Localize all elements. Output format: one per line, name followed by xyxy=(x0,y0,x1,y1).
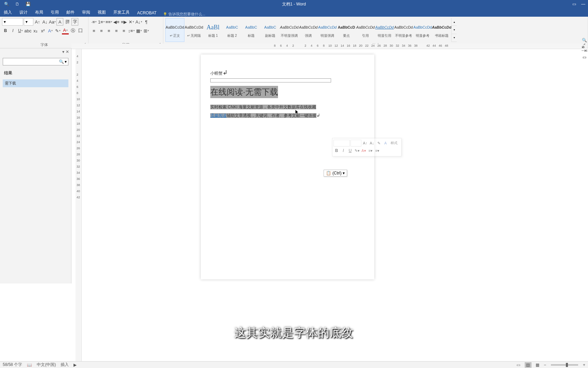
status-proof-icon[interactable]: 📖 xyxy=(27,363,32,367)
font-name-combo[interactable]: ▾ xyxy=(2,18,23,26)
strike-button[interactable]: abc xyxy=(24,27,31,34)
show-marks-icon[interactable]: ¶ xyxy=(143,18,150,26)
horizontal-ruler[interactable]: 8642246810121416182022242628303234363842… xyxy=(71,44,582,49)
change-case-icon[interactable]: Aa xyxy=(49,18,56,26)
font-size-combo[interactable]: ▾ xyxy=(24,18,33,26)
select-icon[interactable]: ▭ xyxy=(583,55,586,60)
indent-dec-icon[interactable]: ◀≡ xyxy=(113,18,120,26)
tab-view[interactable]: 视图 xyxy=(94,8,110,17)
style-副标题[interactable]: AaBbC副标题 xyxy=(261,18,280,42)
clear-format-icon[interactable]: A xyxy=(56,18,63,26)
quickaccess-save-icon[interactable]: 💾 xyxy=(26,2,31,6)
style-书籍标题[interactable]: AaBbCcDd书籍标题 xyxy=(432,18,451,42)
zoom-out-button[interactable]: − xyxy=(544,363,546,367)
search-dropdown-icon[interactable]: ▾ xyxy=(65,59,67,64)
vertical-ruler[interactable]: 4224681012141618202224262830323436384042 xyxy=(76,49,82,361)
align-center-icon[interactable]: ≡ xyxy=(98,27,105,34)
zoom-slider[interactable] xyxy=(551,364,578,366)
mini-bullets-icon[interactable]: ≡▾ xyxy=(368,147,374,154)
view-web-icon[interactable]: ▦ xyxy=(534,362,541,368)
mini-highlight-icon[interactable]: ✎▾ xyxy=(354,147,360,154)
doc-paragraph[interactable]: 实时检索 CNKI 海量文献资源，各类中外文数据库在线收藏 流媒阅读辅助文章透视… xyxy=(210,103,365,120)
align-justify-icon[interactable]: ≡ xyxy=(113,27,120,34)
style-不明显强调[interactable]: AaBbCcDd不明显强调 xyxy=(280,18,299,42)
shading-icon[interactable]: ▦ xyxy=(135,27,142,34)
style-明显强调[interactable]: AaBbCcDd明显强调 xyxy=(318,18,337,42)
align-left-icon[interactable]: ≡ xyxy=(91,27,97,34)
tab-references[interactable]: 引用 xyxy=(47,8,63,17)
tab-design[interactable]: 设计 xyxy=(16,8,31,17)
align-right-icon[interactable]: ≡ xyxy=(105,27,112,34)
style-强调[interactable]: AaBbCcDd强调 xyxy=(299,18,318,42)
subscript-button[interactable]: x₂ xyxy=(32,27,39,34)
status-wordcount[interactable]: 58/58 个字 xyxy=(3,362,22,368)
mini-underline-button[interactable]: U xyxy=(347,147,353,154)
superscript-button[interactable]: x² xyxy=(39,27,46,34)
mini-italic-button[interactable]: I xyxy=(340,147,346,154)
style-↵ 无间隔[interactable]: AaBbCcDd↵ 无间隔 xyxy=(184,18,203,42)
style-不明显参考[interactable]: AaBbCcDd不明显参考 xyxy=(394,18,413,42)
status-language[interactable]: 中文(中国) xyxy=(37,362,56,368)
tab-acrobat[interactable]: ACROBAT xyxy=(133,9,160,17)
style-标题 1[interactable]: AaBl标题 1 xyxy=(203,18,223,42)
char-border-icon[interactable]: 囗 xyxy=(77,27,84,34)
doc-heading[interactable]: 在线阅读·无需下载 xyxy=(210,86,365,103)
style-明显引用[interactable]: AaBbCcDd明显引用 xyxy=(375,18,394,42)
mini-bold-button[interactable]: B xyxy=(333,147,340,154)
find-icon[interactable]: 🔍 xyxy=(582,38,587,43)
paste-options-button[interactable]: 📋 (Ctrl) ▾ xyxy=(324,170,347,177)
shrink-font-icon[interactable]: A↓ xyxy=(42,18,48,26)
styles-up-icon[interactable]: ▴ xyxy=(452,18,457,26)
text-effects-icon[interactable]: A xyxy=(47,27,54,34)
asian-layout-icon[interactable]: ✕ xyxy=(128,18,135,26)
font-color-icon[interactable]: A xyxy=(62,27,69,34)
doc-title[interactable]: 小螃蟹↲ xyxy=(210,69,365,76)
document-page[interactable]: 小螃蟹↲ 在线阅读·无需下载 实时检索 CNKI 海量文献资源，各类中外文数据库… xyxy=(201,55,374,279)
style-引用[interactable]: AaBbCcDd引用 xyxy=(356,18,375,42)
tab-insert[interactable]: 插入 xyxy=(0,8,16,17)
ribbon-display-icon[interactable]: ▭ xyxy=(572,2,576,6)
styles-down-icon[interactable]: ▾ xyxy=(452,26,457,34)
bullets-icon[interactable]: ∙≡ xyxy=(91,18,97,26)
doc-hyperlink[interactable]: 流媒阅读 xyxy=(210,113,227,118)
styles-more-icon[interactable]: ▾ xyxy=(452,34,457,42)
view-read-icon[interactable]: ▭ xyxy=(515,362,522,368)
view-print-icon[interactable]: ▤ xyxy=(525,362,532,368)
underline-button[interactable]: U xyxy=(17,27,24,34)
mini-font-color-icon[interactable]: A▾ xyxy=(361,147,367,154)
char-shading-icon[interactable]: Ⓐ xyxy=(69,27,76,34)
status-macro-icon[interactable]: ▶ xyxy=(74,363,77,367)
style-标题[interactable]: AaBbC标题 xyxy=(242,18,261,42)
enclose-icon[interactable]: 字 xyxy=(71,18,78,26)
nav-search-input[interactable]: 🔍 ▾ xyxy=(3,58,68,65)
mini-styles-icon[interactable]: A xyxy=(382,140,389,147)
style-明显参考[interactable]: AaBbCcDd明显参考 xyxy=(413,18,432,42)
replace-icon[interactable]: ab↔ac xyxy=(581,45,588,52)
quickaccess-new-icon[interactable]: 🗋 xyxy=(15,2,19,6)
quickaccess-touch-icon[interactable]: 🔍 xyxy=(4,2,9,6)
numbering-icon[interactable]: 1≡ xyxy=(98,18,105,26)
nav-dropdown-icon[interactable]: ▾ xyxy=(62,49,64,54)
styles-gallery[interactable]: AaBbCcDd↵ 正文AaBbCcDd↵ 无间隔AaBl标题 1AaBbC标题… xyxy=(165,18,451,42)
mini-format-painter-icon[interactable]: ✎ xyxy=(376,140,382,147)
mini-styles-label[interactable]: 样式 xyxy=(391,141,397,145)
mini-size-combo[interactable] xyxy=(350,140,361,147)
mini-shrink-icon[interactable]: A↓ xyxy=(369,140,375,147)
search-icon[interactable]: 🔍 xyxy=(59,59,64,64)
minimize-icon[interactable]: — xyxy=(581,2,585,6)
italic-button[interactable]: I xyxy=(10,27,16,34)
tab-developer[interactable]: 开发工具 xyxy=(110,8,133,17)
nav-result-item[interactable]: 需下载 xyxy=(3,79,68,87)
tab-layout[interactable]: 布局 xyxy=(31,8,47,17)
status-insert-mode[interactable]: 插入 xyxy=(61,362,69,368)
sort-icon[interactable]: A↓ xyxy=(135,18,142,26)
tab-mailings[interactable]: 邮件 xyxy=(63,8,78,17)
style-要点[interactable]: AaBbCcD要点 xyxy=(337,18,356,42)
style-标题 2[interactable]: AaBbC标题 2 xyxy=(223,18,242,42)
phonetic-icon[interactable]: 拼 xyxy=(64,18,71,26)
borders-icon[interactable]: ⊞ xyxy=(143,27,150,34)
doc-empty-box[interactable] xyxy=(210,78,331,82)
align-dist-icon[interactable]: ≡ xyxy=(120,27,127,34)
bold-button[interactable]: B xyxy=(2,27,9,34)
tell-me-search[interactable]: 告诉我您想要做什么... xyxy=(163,12,205,17)
